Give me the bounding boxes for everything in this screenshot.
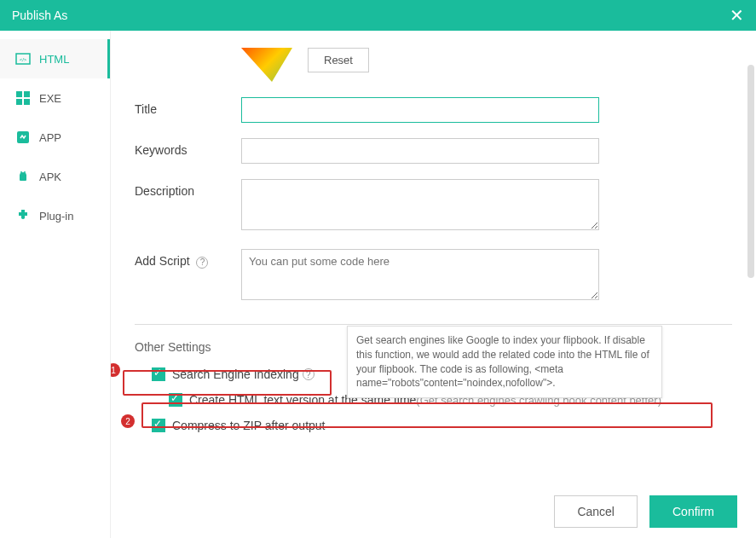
annotation-badge-2: 2 <box>121 414 135 428</box>
sidebar-item-label: Plug-in <box>39 210 73 223</box>
svg-rect-5 <box>24 99 30 105</box>
title-input[interactable] <box>241 97 599 123</box>
svg-rect-4 <box>16 99 22 105</box>
plugin-icon <box>15 208 31 223</box>
sidebar: </> HTML EXE APP APK Plug-in <box>0 31 111 538</box>
divider <box>135 324 732 325</box>
compress-zip-row[interactable]: Compress to ZIP after output <box>152 419 732 432</box>
compress-label: Compress to ZIP after output <box>172 419 326 432</box>
sidebar-item-label: EXE <box>39 92 61 105</box>
footer: Cancel Confirm <box>535 485 756 538</box>
help-icon[interactable]: ? <box>303 368 315 380</box>
scrollbar[interactable] <box>747 65 754 278</box>
dialog-title: Publish As <box>12 9 67 22</box>
description-input[interactable] <box>241 179 599 230</box>
sidebar-item-html[interactable]: </> HTML <box>0 39 110 78</box>
help-icon[interactable]: ? <box>196 257 208 269</box>
keywords-input[interactable] <box>241 138 599 164</box>
search-engine-label: Search Engine Indexing <box>172 367 299 381</box>
cancel-button[interactable]: Cancel <box>554 495 638 528</box>
thumbnail-preview <box>241 48 292 82</box>
svg-text:</>: </> <box>20 57 27 62</box>
sidebar-item-label: APP <box>39 131 61 144</box>
tooltip: Get search engines like Google to index … <box>347 326 662 398</box>
title-label: Title <box>135 97 241 116</box>
sidebar-item-app[interactable]: APP <box>0 118 110 157</box>
svg-rect-7 <box>20 174 26 181</box>
addscript-input[interactable] <box>241 249 599 300</box>
checkbox-checked-icon[interactable] <box>169 393 182 407</box>
reset-button[interactable]: Reset <box>308 48 369 72</box>
sidebar-item-apk[interactable]: APK <box>0 157 110 196</box>
description-label: Description <box>135 179 241 198</box>
html-icon: </> <box>15 51 31 67</box>
confirm-button[interactable]: Confirm <box>649 495 737 528</box>
svg-rect-3 <box>24 91 30 97</box>
main-panel: Reset Title Keywords Description Add Scr… <box>111 31 756 538</box>
addscript-label: Add Script ? <box>135 249 241 269</box>
svg-rect-2 <box>16 91 22 97</box>
sidebar-item-label: HTML <box>39 53 69 66</box>
keywords-label: Keywords <box>135 138 241 157</box>
titlebar: Publish As ✕ <box>0 0 756 31</box>
app-icon <box>15 130 31 145</box>
checkbox-checked-icon[interactable] <box>152 419 165 432</box>
sidebar-item-exe[interactable]: EXE <box>0 78 110 118</box>
android-icon <box>15 169 31 184</box>
sidebar-item-label: APK <box>39 171 61 183</box>
close-icon[interactable]: ✕ <box>730 5 744 26</box>
exe-icon <box>15 90 31 106</box>
sidebar-item-plugin[interactable]: Plug-in <box>0 196 110 235</box>
annotation-badge-1: 1 <box>111 363 120 377</box>
checkbox-checked-icon[interactable] <box>152 367 165 381</box>
